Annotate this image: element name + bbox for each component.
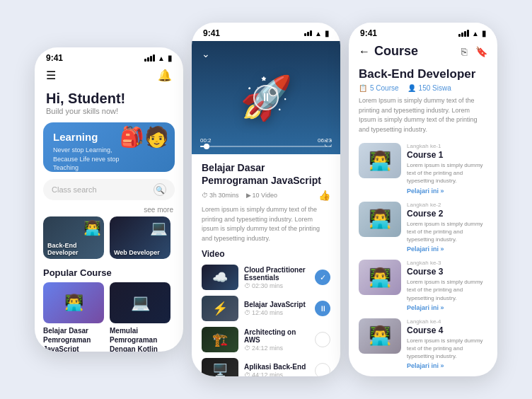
right-header: ← Course ⎘ 🔖 (349, 41, 497, 64)
left-header: ☰ 🔔 (35, 66, 183, 88)
status-icons-middle: ▲ ▮ (304, 29, 329, 38)
video-status-empty-3 (315, 332, 330, 347)
popular-img-js: 👨‍💻 (43, 282, 104, 323)
fullscreen-icon[interactable]: ⛶ (325, 139, 332, 147)
video-item-title-4: Aplikasi Back-End (244, 363, 309, 371)
course-item-title-1: Course 1 (407, 150, 487, 160)
video-item-duration-2: ⏱ 12:40 mins (244, 309, 309, 316)
video-progress-bar: 00:2 06:23 ⛶ (200, 137, 332, 147)
course-step-1: Langkah ke-1 (407, 143, 487, 149)
course-item-desc-2: Lorem ipsum is simply dummy text of the … (407, 220, 487, 244)
hamburger-icon[interactable]: ☰ (46, 69, 56, 82)
course-card-backend[interactable]: Back-End Developer 👨‍💻 (43, 216, 104, 259)
search-placeholder: Class search (52, 185, 149, 194)
video-thumb-1: ☁️ (202, 265, 238, 290)
course-item-3[interactable]: 👨‍💻 Langkah ke-3 Course 3 Lorem ipsum is… (359, 260, 487, 311)
popular-card-js[interactable]: 👨‍💻 Belajar Dasar Pemrograman JavaScript… (43, 282, 104, 352)
search-icon[interactable]: 🔍 (154, 183, 166, 196)
course-item-1[interactable]: 👨‍💻 Langkah ke-1 Course 1 Lorem ipsum is… (359, 143, 487, 195)
course-item-img-2: 👨‍💻 (359, 202, 401, 237)
popular-img-content-kotlin: 💻 (110, 282, 170, 323)
video-item-duration-3: ⏱ 24:12 mins (244, 345, 309, 352)
signal-icon-r (458, 30, 469, 37)
video-item-3[interactable]: 🏗️ Architecting on AWS ⏱ 24:12 mins (202, 327, 330, 352)
card-label-web: Web Developer (114, 249, 160, 256)
status-icons-left: ▲ ▮ (144, 54, 172, 63)
video-thumb-2: ⚡ (202, 296, 238, 321)
greeting-title: Hi, Student! (46, 91, 172, 107)
video-item-title-3: Architecting on AWS (244, 328, 309, 344)
learning-banner: ✦ Learning Never stop Learning, Because … (43, 122, 175, 172)
course-item-4[interactable]: 👨‍💻 Langkah ke-4 Course 4 Lorem ipsum is… (359, 318, 487, 370)
back-row: ← Course (359, 44, 418, 59)
card-person-icon: 👨‍💻 (83, 219, 101, 236)
video-item-2[interactable]: ⚡ Belajar JavaScript ⏱ 12:40 mins ⏸ (202, 296, 330, 321)
course-stat-students: 👤 150 Siswa (407, 84, 451, 92)
course-item-desc-3: Lorem ipsum is simply dummy text of the … (407, 278, 487, 302)
course-step-4: Langkah ke-4 (407, 318, 487, 325)
share-icon[interactable]: ⎘ (461, 46, 467, 57)
video-list-title: Video (202, 249, 330, 259)
popular-row: 👨‍💻 Belajar Dasar Pemrograman JavaScript… (43, 282, 175, 352)
like-icon[interactable]: 👍 (318, 190, 330, 201)
see-more-link[interactable]: see more (144, 206, 173, 214)
course-stat-icon-1: 📋 (359, 84, 367, 92)
course-item-link-3[interactable]: Pelajari ini » (407, 304, 487, 311)
course-main-title: Back-End Developer (359, 67, 487, 81)
course-item-img-4: 👨‍💻 (359, 318, 401, 354)
video-item-title-2: Belajar JavaScript (244, 301, 309, 308)
course-item-text-1: Langkah ke-1 Course 1 Lorem ipsum is sim… (407, 143, 487, 195)
video-chevron-icon[interactable]: ⌄ (202, 48, 210, 59)
video-item-info-2: Belajar JavaScript ⏱ 12:40 mins (244, 301, 309, 316)
time-middle: 9:41 (203, 28, 220, 38)
video-item-title-1: Cloud Practitioner Essentials (244, 266, 309, 282)
wifi-icon: ▲ (158, 54, 165, 62)
bell-icon[interactable]: 🔔 (158, 69, 172, 82)
popular-card-kotlin[interactable]: 💻 Memulai Pemrograman Dengan Kotlin By E… (110, 282, 170, 352)
banner-desc: Never stop Learning, Because Life neve s… (53, 146, 131, 172)
video-status-empty-4 (315, 363, 330, 376)
time-right: 9:41 (360, 28, 377, 38)
course-item-title-4: Course 4 (407, 325, 487, 335)
signal-icon (144, 54, 155, 62)
video-item-4[interactable]: 🖥️ Aplikasi Back-End ⏱ 44:12 mins (202, 358, 330, 376)
course-img-person-4: 👨‍💻 (369, 325, 391, 347)
course-stat-icon-2: 👤 (407, 84, 416, 92)
course-item-link-4[interactable]: Pelajari ini » (407, 362, 487, 369)
course-stat-count: 📋 5 Course (359, 84, 399, 92)
duration-stat: ⏱ 3h 30mins (202, 192, 239, 199)
video-thumb-4: 🖥️ (202, 358, 238, 376)
bookmark-icon[interactable]: 🔖 (475, 46, 487, 57)
right-phone: 9:41 ▲ ▮ ← Course ⎘ 🔖 (349, 23, 497, 376)
search-bar[interactable]: Class search 🔍 (43, 179, 175, 200)
course-header-title: Course (374, 44, 418, 59)
course-item-title-2: Course 2 (407, 209, 487, 219)
course-item-link-1[interactable]: Pelajari ini » (407, 187, 487, 195)
video-item-1[interactable]: ☁️ Cloud Practitioner Essentials ⏱ 02:30… (202, 265, 330, 290)
course-item-2[interactable]: 👨‍💻 Langkah ke-2 Course 2 Lorem ipsum is… (359, 202, 487, 253)
video-count-stat: ▶ 10 Video (246, 192, 277, 199)
popular-section: Popular Course 👨‍💻 Belajar Dasar Pemrogr… (35, 266, 183, 352)
video-item-duration-4: ⏱ 44:12 mins (244, 371, 309, 376)
course-item-img-1: 👨‍💻 (359, 143, 401, 178)
course-img-person-1: 👨‍💻 (369, 150, 391, 172)
back-arrow-icon[interactable]: ← (359, 45, 370, 58)
video-item-info-4: Aplikasi Back-End ⏱ 44:12 mins (244, 363, 309, 376)
course-item-img-3: 👨‍💻 (359, 260, 401, 295)
course-desc-text: Lorem Ipsum is simply dummy text of the … (359, 96, 487, 134)
course-item-desc-1: Lorem ipsum is simply dummy text of the … (407, 161, 487, 185)
video-stats: ⏱ 3h 30mins ▶ 10 Video (202, 192, 277, 199)
progress-track[interactable]: ⛶ (200, 146, 332, 147)
course-step-2: Langkah ke-2 (407, 202, 487, 208)
status-icons-right: ▲ ▮ (458, 29, 486, 38)
video-thumb-3: 🏗️ (202, 327, 238, 352)
play-pause-button[interactable]: ⏸ (253, 85, 279, 110)
signal-icon-m (304, 30, 312, 36)
course-card-web[interactable]: Web Developer 💻 (110, 216, 170, 259)
course-img-person-3: 👨‍💻 (369, 267, 391, 289)
status-bar-left: 9:41 ▲ ▮ (35, 47, 183, 66)
battery-icon-r: ▮ (482, 29, 486, 38)
progress-dot (204, 144, 209, 149)
course-item-link-2[interactable]: Pelajari ini » (407, 245, 487, 253)
video-header: ⌄ 🚀 ⏸ 00:2 06:23 ⛶ (192, 41, 340, 154)
